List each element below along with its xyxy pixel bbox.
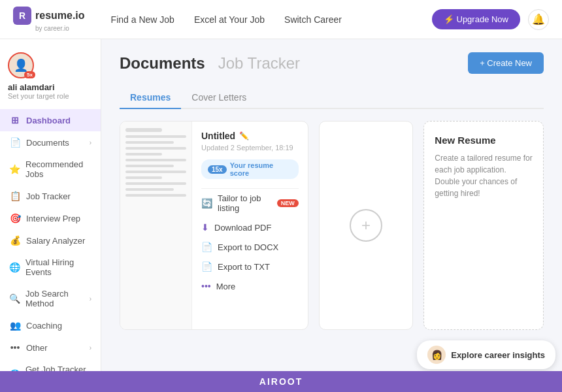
action-label: Export to TXT bbox=[218, 262, 270, 272]
sidebar-item-job-search-method[interactable]: 🔍 Job Search Method › bbox=[0, 283, 101, 314]
add-circle-icon: + bbox=[350, 209, 382, 242]
chevron-right-icon: › bbox=[90, 139, 91, 146]
preview-line bbox=[125, 141, 174, 144]
sidebar-item-label: Coaching bbox=[26, 321, 62, 331]
sidebar-user: 👤 5x ali alamdari Set your target role bbox=[0, 46, 101, 109]
cards-row: Untitled ✏️ Updated 2 September, 18:19 1… bbox=[120, 121, 544, 330]
search-icon: 🔍 bbox=[9, 293, 20, 304]
chevron-right-icon: › bbox=[90, 344, 91, 351]
action-export-txt[interactable]: 📄 Export to TXT bbox=[201, 257, 299, 276]
create-new-button[interactable]: + Create New bbox=[468, 52, 544, 74]
tab-resumes[interactable]: Resumes bbox=[120, 87, 181, 109]
preview-line bbox=[125, 176, 162, 179]
tab-cover-letters[interactable]: Cover Letters bbox=[181, 87, 257, 109]
bell-icon[interactable]: 🔔 bbox=[528, 9, 549, 30]
main-content: Documents Job Tracker + Create New Resum… bbox=[101, 39, 562, 392]
resume-info: Untitled ✏️ Updated 2 September, 18:19 1… bbox=[192, 122, 308, 329]
logo-icon: R bbox=[13, 7, 31, 25]
score-badge: 15x Your resume score bbox=[201, 159, 299, 179]
sidebar-item-job-tracker[interactable]: 📋 Job Tracker bbox=[0, 185, 101, 207]
explore-insights-button[interactable]: 👩 Explore career insights bbox=[417, 340, 555, 369]
action-export-docx[interactable]: 📄 Export to DOCX bbox=[201, 237, 299, 257]
action-more[interactable]: ••• More bbox=[201, 276, 299, 296]
preview-line bbox=[125, 128, 162, 132]
logo[interactable]: R resume.io bbox=[13, 7, 85, 25]
download-icon: ⬇ bbox=[201, 222, 209, 233]
preview-line bbox=[125, 188, 174, 191]
nav-excel-at-job[interactable]: Excel at Your Job bbox=[194, 14, 265, 25]
resume-title: Untitled ✏️ bbox=[201, 131, 299, 141]
txt-icon: 📄 bbox=[201, 261, 212, 272]
explore-label: Explore career insights bbox=[451, 350, 545, 360]
sidebar-item-label: Interview Prep bbox=[26, 214, 80, 223]
recommended-icon: ⭐ bbox=[9, 164, 20, 174]
add-new-card[interactable]: + bbox=[319, 121, 414, 330]
sidebar-item-label: Virtual Hiring Events bbox=[25, 257, 91, 277]
docx-icon: 📄 bbox=[201, 242, 212, 252]
page-header: Documents Job Tracker + Create New bbox=[120, 52, 544, 74]
more-icon: ••• bbox=[201, 281, 211, 291]
new-resume-card: New Resume Create a tailored resume for … bbox=[423, 121, 544, 330]
action-download-pdf[interactable]: ⬇ Download PDF bbox=[201, 218, 299, 237]
resume-date: Updated 2 September, 18:19 bbox=[201, 144, 299, 152]
sidebar-item-label: Job Search Method bbox=[25, 289, 84, 308]
action-label: Export to DOCX bbox=[218, 242, 278, 252]
edit-icon[interactable]: ✏️ bbox=[239, 131, 249, 140]
interview-icon: 🎯 bbox=[9, 213, 21, 223]
sidebar-item-label: Documents bbox=[26, 138, 69, 148]
sidebar: 👤 5x ali alamdari Set your target role ⊞… bbox=[0, 39, 101, 392]
action-label: More bbox=[216, 282, 236, 291]
nav-links: Find a New Job Excel at Your Job Switch … bbox=[111, 14, 432, 25]
user-badge: 5x bbox=[24, 71, 35, 78]
action-label: Tailor to job listing bbox=[218, 193, 272, 213]
action-tailor[interactable]: 🔄 Tailor to job listing NEW bbox=[201, 189, 299, 218]
preview-line bbox=[125, 153, 162, 155]
sidebar-item-salary-analyzer[interactable]: 💰 Salary Analyzer bbox=[0, 229, 101, 252]
salary-icon: 💰 bbox=[9, 235, 21, 246]
logo-name: resume.io bbox=[35, 10, 85, 22]
new-resume-description: Create a tailored resume for each job ap… bbox=[435, 152, 533, 199]
preview-line bbox=[125, 159, 186, 161]
preview-line bbox=[125, 182, 186, 185]
coaching-icon: 👥 bbox=[9, 320, 21, 331]
other-icon: ••• bbox=[9, 342, 21, 353]
top-nav: R resume.io by career.io Find a New Job … bbox=[0, 0, 562, 39]
sidebar-item-interview-prep[interactable]: 🎯 Interview Prep bbox=[0, 207, 101, 229]
explore-avatar: 👩 bbox=[427, 346, 446, 364]
nav-find-new-job[interactable]: Find a New Job bbox=[111, 14, 174, 25]
score-number: 15x bbox=[208, 165, 227, 174]
tailor-icon: 🔄 bbox=[201, 198, 212, 208]
sidebar-item-other[interactable]: ••• Other › bbox=[0, 336, 101, 359]
user-role: Set your target role bbox=[8, 92, 69, 100]
action-label: Download PDF bbox=[214, 223, 271, 233]
preview-line bbox=[125, 171, 186, 173]
resume-preview bbox=[120, 122, 192, 329]
sidebar-item-label: Other bbox=[26, 343, 48, 353]
sidebar-item-label: Salary Analyzer bbox=[26, 236, 85, 246]
documents-icon: 📄 bbox=[9, 137, 21, 148]
job-tracker-tab-link[interactable]: Job Tracker bbox=[218, 54, 300, 73]
chevron-right-icon: › bbox=[90, 295, 91, 302]
virtual-icon: 🌐 bbox=[9, 262, 20, 272]
sidebar-item-label: Job Tracker bbox=[26, 191, 71, 201]
sidebar-item-documents[interactable]: 📄 Documents › bbox=[0, 131, 101, 154]
sidebar-item-virtual-hiring[interactable]: 🌐 Virtual Hiring Events bbox=[0, 252, 101, 283]
nav-switch-career[interactable]: Switch Career bbox=[284, 14, 342, 25]
sidebar-item-dashboard[interactable]: ⊞ Dashboard bbox=[0, 109, 101, 131]
upgrade-button[interactable]: ⚡ Upgrade Now bbox=[432, 9, 520, 29]
job-tracker-icon: 📋 bbox=[9, 191, 21, 201]
nav-right: ⚡ Upgrade Now 🔔 bbox=[432, 9, 549, 30]
user-name: ali alamdari bbox=[8, 82, 55, 92]
resume-name: Untitled bbox=[201, 131, 235, 141]
page-title: Documents bbox=[120, 54, 205, 73]
sidebar-item-recommended-jobs[interactable]: ⭐ Recommended Jobs bbox=[0, 154, 101, 185]
tabs-bar: Resumes Cover Letters bbox=[120, 87, 544, 109]
sidebar-item-label: Dashboard bbox=[26, 116, 71, 125]
sidebar-item-coaching[interactable]: 👥 Coaching bbox=[0, 314, 101, 336]
preview-line bbox=[125, 147, 186, 150]
preview-line bbox=[125, 135, 186, 138]
preview-line bbox=[125, 194, 186, 197]
app-body: 👤 5x ali alamdari Set your target role ⊞… bbox=[0, 39, 562, 392]
preview-line bbox=[125, 165, 174, 167]
logo-sub: by career.io bbox=[35, 25, 85, 32]
